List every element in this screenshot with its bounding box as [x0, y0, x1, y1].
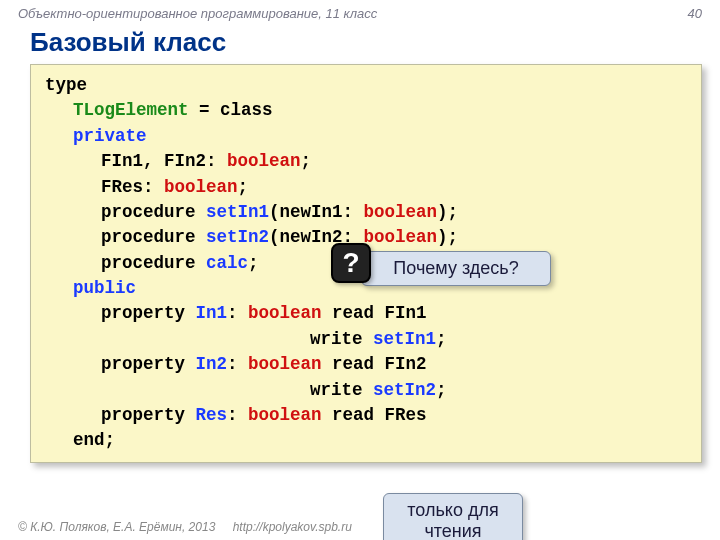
- class-name: TLogElement: [73, 100, 189, 120]
- kw-procedure: procedure: [101, 253, 206, 273]
- code-block: type TLogElement = class private FIn1, F…: [30, 64, 702, 463]
- ref-setin2: setIn2: [373, 380, 436, 400]
- footer-copyright: © К.Ю. Поляков, Е.А. Ерёмин, 2013: [18, 520, 215, 534]
- kw-property: property: [101, 405, 196, 425]
- kw-read: read: [322, 405, 385, 425]
- type-boolean: boolean: [248, 303, 322, 323]
- semicolon: ;: [238, 177, 249, 197]
- kw-procedure: procedure: [101, 202, 206, 222]
- slide-header: Объектно-ориентированное программировани…: [0, 0, 720, 23]
- proc-calc: calc: [206, 253, 248, 273]
- ref-fin1: FIn1: [385, 303, 427, 323]
- prop-res: Res: [196, 405, 228, 425]
- type-boolean: boolean: [164, 177, 238, 197]
- kw-write: write: [310, 380, 373, 400]
- semicolon: ;: [436, 380, 447, 400]
- kw-property: property: [101, 303, 196, 323]
- proc-setin1: setIn1: [206, 202, 269, 222]
- semicolon: ;: [248, 253, 259, 273]
- eq-class: = class: [189, 100, 273, 120]
- ref-setin1: setIn1: [373, 329, 436, 349]
- footer: © К.Ю. Поляков, Е.А. Ерёмин, 2013 http:/…: [18, 520, 352, 534]
- kw-private: private: [45, 124, 687, 149]
- colon: :: [227, 354, 248, 374]
- proc-setin2: setIn2: [206, 227, 269, 247]
- kw-type: type: [45, 75, 87, 95]
- semicolon: ;: [301, 151, 312, 171]
- ref-fin2: FIn2: [385, 354, 427, 374]
- kw-procedure: procedure: [101, 227, 206, 247]
- semicolon: ;: [436, 329, 447, 349]
- page-number: 40: [688, 6, 702, 21]
- footer-url[interactable]: http://kpolyakov.spb.ru: [233, 520, 352, 534]
- prop-in1: In1: [196, 303, 228, 323]
- course-title: Объектно-ориентированное программировани…: [18, 6, 377, 21]
- type-boolean: boolean: [364, 202, 438, 222]
- page-title: Базовый класс: [0, 23, 720, 62]
- prop-in2: In2: [196, 354, 228, 374]
- kw-read: read: [322, 354, 385, 374]
- callout-why-here: Почему здесь?: [361, 251, 551, 286]
- type-boolean: boolean: [248, 354, 322, 374]
- callout-readonly: только для чтения: [383, 493, 523, 540]
- close-paren-semi: );: [437, 202, 458, 222]
- type-boolean: boolean: [227, 151, 301, 171]
- kw-property: property: [101, 354, 196, 374]
- colon: :: [227, 303, 248, 323]
- kw-read: read: [322, 303, 385, 323]
- type-boolean: boolean: [248, 405, 322, 425]
- field-fin1-fin2: FIn1, FIn2:: [101, 151, 227, 171]
- semicolon: ;: [105, 430, 116, 450]
- kw-write: write: [310, 329, 373, 349]
- colon: :: [227, 405, 248, 425]
- type-boolean: boolean: [364, 227, 438, 247]
- ref-fres: FRes: [385, 405, 427, 425]
- question-badge: ?: [331, 243, 371, 283]
- args-setin1: (newIn1:: [269, 202, 364, 222]
- kw-end: end: [73, 430, 105, 450]
- field-fres: FRes:: [101, 177, 164, 197]
- close-paren-semi: );: [437, 227, 458, 247]
